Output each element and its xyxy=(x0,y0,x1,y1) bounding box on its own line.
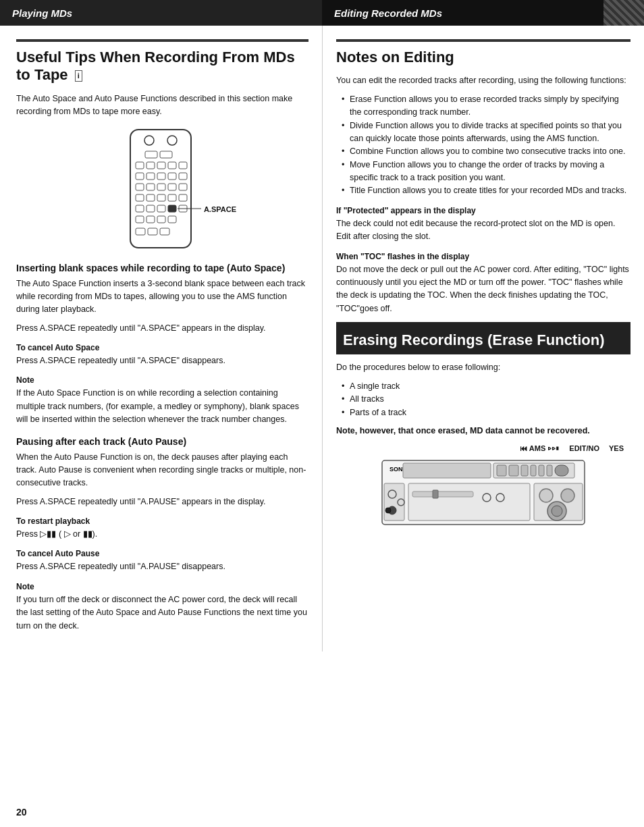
toc-label: When "TOC" flashes in the display xyxy=(336,252,630,261)
svg-point-2 xyxy=(167,136,177,145)
list-item: Erase Function allows you to erase recor… xyxy=(342,93,630,119)
svg-rect-25 xyxy=(136,205,144,212)
sub2-heading: Pausing after each track (Auto Pause) xyxy=(16,436,308,447)
svg-rect-0 xyxy=(130,130,191,248)
list-item: Divide Function allows you to divide tra… xyxy=(342,119,630,146)
svg-rect-6 xyxy=(146,162,155,169)
restart-label: To restart playback xyxy=(16,516,308,526)
remote-svg xyxy=(124,128,201,253)
erase-bullet-list: A single trackAll tracksParts of a track xyxy=(336,380,630,419)
svg-rect-13 xyxy=(168,173,176,180)
protected-body: The deck could not edit because the reco… xyxy=(336,217,630,244)
svg-point-1 xyxy=(144,136,154,145)
left-divider xyxy=(16,39,308,42)
notes-heading: Notes on Editing xyxy=(336,49,630,66)
remote-illustration: A.SPACE xyxy=(16,128,308,253)
svg-rect-32 xyxy=(157,216,165,223)
svg-rect-18 xyxy=(168,184,176,190)
svg-rect-11 xyxy=(146,173,155,180)
header-left: Playing MDs xyxy=(0,0,322,26)
svg-rect-30 xyxy=(136,216,144,223)
toc-body: Do not move the deck or pull out the AC … xyxy=(336,263,630,316)
svg-rect-7 xyxy=(157,162,165,169)
svg-rect-4 xyxy=(160,151,172,158)
notes-bullet-list: Erase Function allows you to erase recor… xyxy=(336,93,630,198)
deck-label-row: ⏮ AMS ▷▷▮ EDIT/NO YES xyxy=(336,444,630,452)
svg-rect-44 xyxy=(521,465,528,476)
cancel-auto-space-body: Press A.SPACE repeatedly until "A.SPACE"… xyxy=(16,354,308,367)
sub1-body2: Press A.SPACE repeatedly until "A.SPACE"… xyxy=(16,322,308,335)
deck-label-edit: EDIT/NO xyxy=(569,444,599,452)
deck-svg: SONY xyxy=(379,454,588,528)
list-item: Combine Function allows you to combine t… xyxy=(342,145,630,158)
svg-rect-48 xyxy=(555,465,568,476)
sub1-heading: Inserting blank spaces while recording t… xyxy=(16,263,308,273)
svg-point-53 xyxy=(385,508,391,513)
left-intro: The Auto Space and Auto Pause Functions … xyxy=(16,92,308,119)
svg-point-61 xyxy=(561,489,574,502)
svg-rect-45 xyxy=(531,465,536,476)
list-item: Move Function allows you to change the o… xyxy=(342,159,630,185)
erase-note: Note, however, that once erased, MD data… xyxy=(336,425,630,437)
svg-rect-34 xyxy=(136,228,145,235)
erase-heading: Erasing Recordings (Erase Function) xyxy=(343,331,605,348)
svg-rect-12 xyxy=(157,173,165,180)
svg-rect-47 xyxy=(547,465,552,476)
svg-rect-22 xyxy=(157,194,165,201)
svg-rect-28 xyxy=(168,205,176,212)
svg-rect-24 xyxy=(179,194,187,201)
svg-point-60 xyxy=(539,489,553,502)
svg-rect-42 xyxy=(497,465,506,476)
sub1-body1: The Auto Space Function inserts a 3-seco… xyxy=(16,277,308,317)
list-item: Title Function allows you to create titl… xyxy=(342,184,630,197)
svg-rect-23 xyxy=(168,194,176,201)
svg-rect-33 xyxy=(168,216,176,223)
erase-heading-block: Erasing Recordings (Erase Function) xyxy=(336,326,630,354)
deck-label-yes: YES xyxy=(609,444,624,452)
a-space-label: A.SPACE xyxy=(204,205,236,213)
note1-body: If the Auto Space Function is on while r… xyxy=(16,387,308,426)
svg-rect-54 xyxy=(408,483,530,521)
restart-body: Press ▷▮▮ ( ▷ or ▮▮). xyxy=(16,528,308,541)
svg-rect-14 xyxy=(179,173,187,180)
svg-rect-9 xyxy=(179,162,187,169)
remote-wrap: A.SPACE xyxy=(124,128,201,253)
svg-rect-49 xyxy=(384,483,404,521)
content-row: Useful Tips When Recording From MDs to T… xyxy=(0,26,644,651)
header-right: Editing Recorded MDs xyxy=(322,0,644,26)
right-column: Notes on Editing You can edit the record… xyxy=(322,26,644,651)
svg-rect-31 xyxy=(146,216,155,223)
protected-label: If "Protected" appears in the display xyxy=(336,206,630,215)
svg-rect-5 xyxy=(136,162,144,169)
note2-label: Note xyxy=(16,582,308,591)
sub2-body2: Press A.SPACE repeatedly until "A.PAUSE"… xyxy=(16,496,308,508)
svg-rect-21 xyxy=(146,194,155,201)
svg-rect-19 xyxy=(179,184,187,190)
sub2-body1: When the Auto Pause Function is on, the … xyxy=(16,451,308,490)
left-column: Useful Tips When Recording From MDs to T… xyxy=(0,26,322,651)
left-header-title: Playing MDs xyxy=(12,7,72,19)
svg-rect-26 xyxy=(146,205,155,212)
svg-rect-10 xyxy=(136,173,144,180)
svg-rect-16 xyxy=(146,184,155,190)
svg-rect-3 xyxy=(145,151,157,158)
page-number: 20 xyxy=(16,807,27,818)
cancel-auto-space-label: To cancel Auto Space xyxy=(16,343,308,352)
svg-point-63 xyxy=(552,506,562,516)
svg-rect-8 xyxy=(168,162,176,169)
list-item: Parts of a track xyxy=(342,406,630,419)
svg-rect-46 xyxy=(539,465,544,476)
erase-intro: Do the procedures below to erase followi… xyxy=(336,361,630,374)
header-row: Playing MDs Editing Recorded MDs xyxy=(0,0,644,26)
list-item: A single track xyxy=(342,380,630,393)
erasing-section: Erasing Recordings (Erase Function) Do t… xyxy=(336,322,630,528)
right-header-title: Editing Recorded MDs xyxy=(334,7,442,19)
note1-label: Note xyxy=(16,375,308,385)
svg-rect-40 xyxy=(403,463,491,478)
svg-rect-15 xyxy=(136,184,144,190)
right-divider1 xyxy=(336,39,630,42)
svg-rect-36 xyxy=(160,228,169,235)
svg-rect-20 xyxy=(136,194,144,201)
heading-icon: i xyxy=(75,70,82,82)
deck-label-ams: ⏮ AMS ▷▷▮ xyxy=(520,444,560,452)
